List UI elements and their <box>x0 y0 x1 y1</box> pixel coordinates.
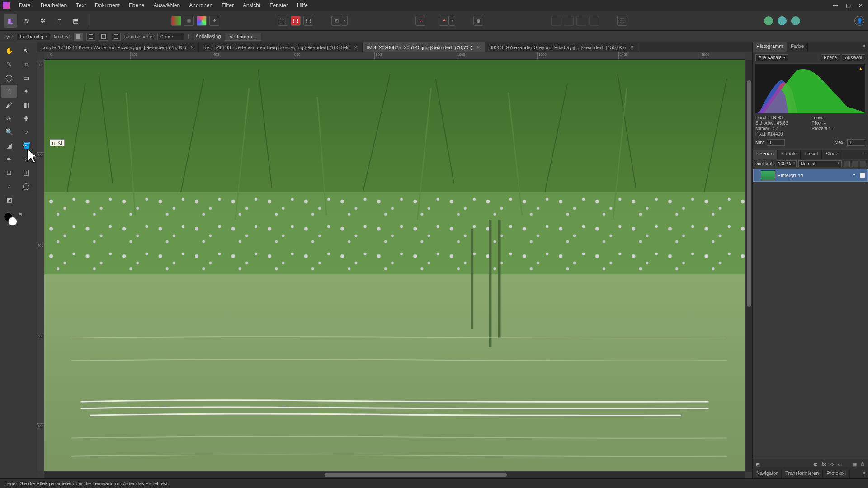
panel-menu-icon[interactable]: ≡ <box>860 150 868 159</box>
panel-menu-icon[interactable]: ≡ <box>860 469 868 478</box>
menu-ansicht[interactable]: Ansicht <box>238 2 265 9</box>
close-icon[interactable]: × <box>191 44 194 51</box>
marquee-tool[interactable]: ▭ <box>18 71 34 84</box>
auto-color-btn[interactable] <box>171 16 181 26</box>
delete-layer-icon[interactable]: 🗑 <box>859 460 866 468</box>
channel-dropdown[interactable]: Alle Kanäle <box>755 54 788 61</box>
quick-mask-menu[interactable]: ▾ <box>341 16 348 26</box>
perspective-tool[interactable]: ⟋ <box>1 180 17 192</box>
persona-photo[interactable]: ◧ <box>4 14 17 28</box>
live-filter-icon[interactable]: ◇ <box>828 460 835 468</box>
window-minimize[interactable]: — <box>831 2 840 9</box>
document-tab-1[interactable]: fox-1540833 Yvette van den Berg pixabay.… <box>199 42 363 52</box>
selection-add-btn[interactable] <box>291 16 301 26</box>
tab-pinsel[interactable]: Pinsel <box>801 150 822 159</box>
fill-tool[interactable]: 🪣 n [K] <box>18 139 34 152</box>
close-icon[interactable]: × <box>630 44 633 51</box>
swap-colors-icon[interactable]: ⇆ <box>19 211 23 216</box>
group-icon[interactable]: ▭ <box>836 460 844 468</box>
snap-btn[interactable]: ⫟ <box>415 16 425 26</box>
move-back-btn[interactable] <box>551 16 561 26</box>
cloud-icon[interactable] <box>778 16 787 25</box>
histo-auswahl-btn[interactable]: Auswahl <box>842 54 865 61</box>
sync-icon[interactable] <box>764 16 773 25</box>
selection-new-btn[interactable] <box>278 16 288 26</box>
layer-row[interactable]: Hintergrund ⋯ <box>753 169 868 182</box>
tab-kanaele[interactable]: Kanäle <box>778 150 801 159</box>
persona-export[interactable]: ⬒ <box>69 14 82 28</box>
mode-new-btn[interactable] <box>74 33 83 41</box>
min-input[interactable] <box>767 139 785 146</box>
tab-farbe[interactable]: Farbe <box>787 42 808 52</box>
record-btn[interactable]: ⏺ <box>473 16 483 26</box>
refine-button[interactable]: Verfeinern... <box>225 33 261 41</box>
adjustment-icon[interactable]: ◐ <box>812 460 819 468</box>
opacity-input[interactable]: 100 % <box>777 160 797 167</box>
tab-histogramm[interactable]: Histogramm <box>753 42 787 52</box>
pen-tool[interactable]: ✒ <box>1 153 17 165</box>
tab-transformieren[interactable]: Transformieren <box>782 469 823 478</box>
quick-mask-btn[interactable]: ◩ <box>331 16 341 26</box>
blend-mode-dropdown[interactable]: Normal <box>798 160 842 167</box>
persona-develop[interactable]: ✲ <box>36 14 50 28</box>
layer-cog-btn[interactable] <box>852 161 858 167</box>
selection-subtract-btn[interactable] <box>303 16 313 26</box>
zoom-tool[interactable]: 🔍 <box>1 126 17 138</box>
assist-menu[interactable]: ▾ <box>449 16 455 26</box>
menu-dokument[interactable]: Dokument <box>90 2 124 9</box>
layer-link-icon[interactable]: ⋯ <box>853 173 858 178</box>
quick-mask-tool[interactable]: ◩ <box>1 193 17 206</box>
inpainting-tool[interactable]: ✚ <box>18 112 34 125</box>
persona-tone-mapping[interactable]: ≡ <box>52 14 66 28</box>
fx-icon[interactable]: fx <box>820 460 827 468</box>
max-input[interactable] <box>847 139 865 146</box>
selection-brush-tool[interactable]: ◯ <box>1 71 17 84</box>
antialias-checkbox[interactable]: Antialiasing <box>188 33 221 39</box>
account-icon[interactable]: 👤 <box>854 16 864 26</box>
mesh-tool[interactable]: ⊞ <box>1 166 17 179</box>
gradient-tool[interactable]: ◢ <box>1 139 17 152</box>
erase-tool[interactable]: ◧ <box>18 99 34 111</box>
type-dropdown[interactable]: Freihändig <box>17 33 50 40</box>
clone-tool[interactable]: ⟳ <box>1 112 17 125</box>
flood-select-tool[interactable]: ✦ <box>18 85 34 98</box>
node-tool[interactable]: ▹ <box>18 153 34 165</box>
document-tab-2[interactable]: IMG_20200625_205140.jpg [Geändert] (20,7… <box>363 42 485 52</box>
window-maximize[interactable]: ▢ <box>844 2 853 9</box>
panel-menu-icon[interactable]: ≡ <box>860 42 868 52</box>
mode-add-btn[interactable] <box>86 33 95 41</box>
menu-hilfe[interactable]: Hilfe <box>292 2 312 9</box>
tab-protokoll[interactable]: Protokoll <box>823 469 850 478</box>
window-close[interactable]: ✕ <box>856 2 865 9</box>
menu-bearbeiten[interactable]: Bearbeiten <box>36 2 71 9</box>
freehand-selection-tool[interactable]: ➰ <box>1 85 17 98</box>
service-icon[interactable] <box>791 16 800 25</box>
menu-auswaehlen[interactable]: Auswählen <box>149 2 184 9</box>
mode-subtract-btn[interactable] <box>99 33 108 41</box>
scrollbar-horizontal[interactable] <box>44 472 745 478</box>
menu-datei[interactable]: Datei <box>14 2 36 9</box>
auto-white-balance-btn[interactable]: ✦ <box>209 16 219 26</box>
tab-ebenen[interactable]: Ebenen <box>753 150 778 159</box>
assist-btn[interactable]: ✦ <box>439 16 449 26</box>
layer-fx-btn[interactable] <box>844 161 850 167</box>
crop-tool[interactable]: ⧈ <box>18 58 34 70</box>
menu-ebene[interactable]: Ebene <box>124 2 149 9</box>
background-swatch[interactable] <box>8 217 17 226</box>
move-backward-btn[interactable] <box>564 16 574 26</box>
document-tab-0[interactable]: couple-1718244 Karen Warfel auf Pixabay.… <box>37 42 199 52</box>
tab-stock[interactable]: Stock <box>822 150 842 159</box>
menu-filter[interactable]: Filter <box>217 2 238 9</box>
move-front-btn[interactable] <box>589 16 599 26</box>
persona-liquify[interactable]: ≋ <box>20 14 33 28</box>
auto-levels-btn[interactable] <box>197 16 207 26</box>
close-icon[interactable]: × <box>354 44 358 51</box>
layer-visibility-checkbox[interactable] <box>860 173 865 178</box>
canvas[interactable] <box>44 60 745 471</box>
color-swatches[interactable]: ⇆ <box>4 212 26 230</box>
histo-ebene-btn[interactable]: Ebene <box>821 54 840 61</box>
document-tab-3[interactable]: 3805349 Alexander Grey auf Pixabay.jpg [… <box>485 42 639 52</box>
add-layer-icon[interactable]: ▦ <box>851 460 858 468</box>
mode-intersect-btn[interactable] <box>112 33 121 41</box>
close-icon[interactable]: × <box>477 44 480 51</box>
